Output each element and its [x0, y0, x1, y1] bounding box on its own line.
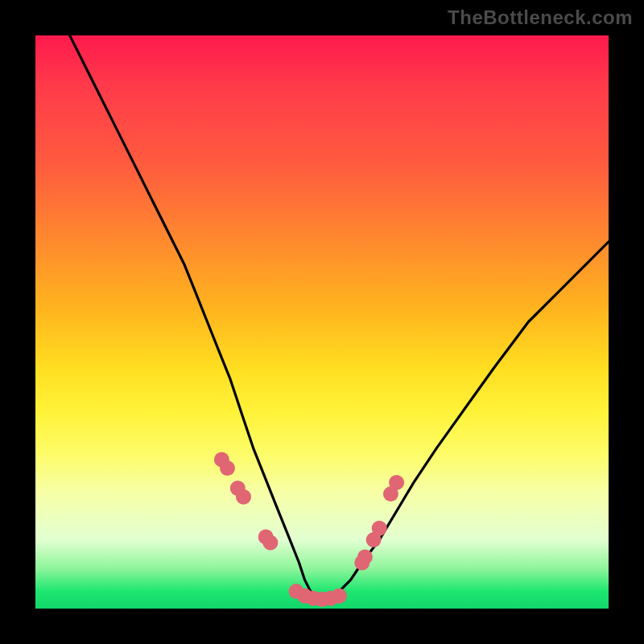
- highlight-dot: [220, 460, 235, 476]
- curve-layer: [35, 35, 609, 609]
- chart-frame: TheBottleneck.com: [0, 0, 644, 644]
- highlight-dot: [389, 475, 404, 490]
- highlight-dot: [357, 549, 373, 564]
- watermark-label: TheBottleneck.com: [448, 6, 633, 29]
- highlight-dot: [236, 489, 251, 505]
- highlight-dot: [262, 535, 278, 551]
- highlight-dot: [372, 521, 387, 536]
- bottleneck-curve: [70, 35, 609, 603]
- plot-area: [35, 35, 609, 609]
- highlight-dots: [214, 452, 404, 607]
- highlight-dot: [332, 588, 347, 604]
